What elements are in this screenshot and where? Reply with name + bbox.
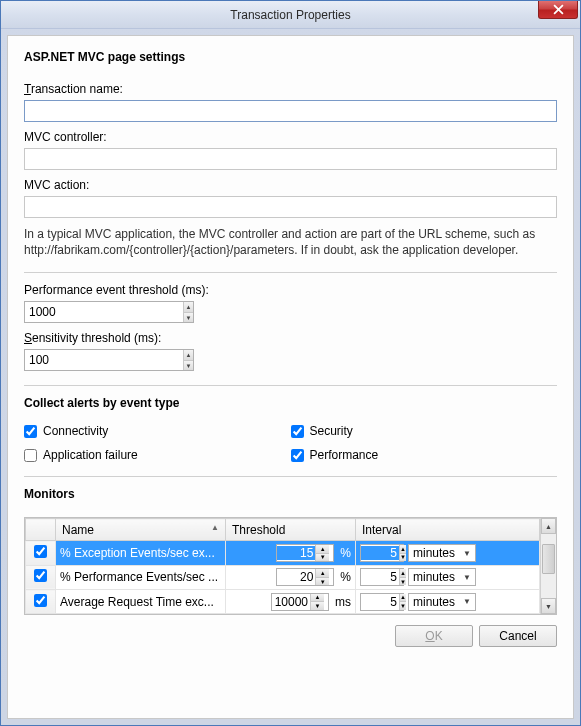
dialog-footer: OK Cancel: [24, 625, 557, 647]
row-name: % Performance Events/sec ...: [56, 565, 226, 589]
section-monitors-heading: Monitors: [24, 487, 557, 501]
row-threshold-cell: ▲▼%: [226, 541, 356, 565]
col-interval[interactable]: Interval: [356, 519, 540, 541]
row-checkbox[interactable]: [34, 569, 47, 582]
chevron-down-icon: ▼: [463, 549, 471, 558]
connectivity-checkbox[interactable]: [24, 425, 37, 438]
col-name[interactable]: Name▲: [56, 519, 226, 541]
security-checkbox-row[interactable]: Security: [291, 424, 558, 438]
interval-unit-label: minutes: [413, 570, 455, 584]
section-alerts-heading: Collect alerts by event type: [24, 396, 557, 410]
threshold-input[interactable]: [272, 595, 310, 609]
perf-spin-down[interactable]: ▼: [184, 313, 193, 323]
interval-spinner[interactable]: ▲▼: [360, 568, 404, 586]
sens-threshold-input[interactable]: [25, 350, 183, 370]
scroll-up-button[interactable]: ▲: [541, 518, 556, 534]
perf-spin-up[interactable]: ▲: [184, 302, 193, 313]
interval-spinner[interactable]: ▲▼: [360, 593, 404, 611]
security-checkbox[interactable]: [291, 425, 304, 438]
sens-spin-buttons: ▲ ▼: [183, 350, 193, 370]
app-failure-checkbox-row[interactable]: Application failure: [24, 448, 291, 462]
connectivity-checkbox-row[interactable]: Connectivity: [24, 424, 291, 438]
interval-input[interactable]: [361, 595, 399, 609]
scroll-track[interactable]: [541, 534, 556, 598]
row-interval-cell: ▲▼minutes▼: [356, 590, 540, 614]
col-threshold[interactable]: Threshold: [226, 519, 356, 541]
dialog-window: Transaction Properties ASP.NET MVC page …: [0, 0, 581, 726]
interval-unit-select[interactable]: minutes▼: [408, 568, 476, 586]
threshold-input[interactable]: [277, 546, 315, 560]
threshold-spin-up[interactable]: ▲: [316, 569, 329, 578]
sens-spin-up[interactable]: ▲: [184, 350, 193, 361]
security-label: Security: [310, 424, 353, 438]
close-icon: [553, 4, 564, 15]
interval-spin-down[interactable]: ▼: [400, 554, 406, 562]
transaction-name-input[interactable]: [24, 100, 557, 122]
threshold-spin-down[interactable]: ▼: [316, 554, 329, 562]
app-failure-label: Application failure: [43, 448, 138, 462]
divider-1: [24, 272, 557, 273]
section-mvc-heading: ASP.NET MVC page settings: [24, 50, 557, 64]
transaction-name-label: Transaction name:: [24, 82, 557, 96]
interval-spin-down[interactable]: ▼: [400, 602, 406, 610]
threshold-spin-down[interactable]: ▼: [311, 602, 324, 610]
mvc-action-label: MVC action:: [24, 178, 557, 192]
interval-spinner[interactable]: ▲▼: [360, 544, 404, 562]
row-check-cell: [26, 541, 56, 565]
threshold-unit: ms: [335, 595, 351, 609]
monitors-table-container: Name▲ Threshold Interval % Exception Eve…: [24, 517, 557, 615]
threshold-unit: %: [340, 570, 351, 584]
threshold-spin-up[interactable]: ▲: [316, 545, 329, 554]
row-threshold-cell: ▲▼%: [226, 565, 356, 589]
threshold-spinner[interactable]: ▲▼: [276, 568, 334, 586]
threshold-spin-up[interactable]: ▲: [311, 594, 324, 603]
interval-unit-select[interactable]: minutes▼: [408, 544, 476, 562]
mvc-controller-label: MVC controller:: [24, 130, 557, 144]
monitors-table[interactable]: Name▲ Threshold Interval % Exception Eve…: [25, 518, 540, 614]
row-check-cell: [26, 565, 56, 589]
perf-spin-buttons: ▲ ▼: [183, 302, 193, 322]
interval-unit-select[interactable]: minutes▼: [408, 593, 476, 611]
mvc-hint-text: In a typical MVC application, the MVC co…: [24, 226, 557, 258]
performance-checkbox-row[interactable]: Performance: [291, 448, 558, 462]
dialog-content: ASP.NET MVC page settings Transaction na…: [7, 35, 574, 719]
scroll-thumb[interactable]: [542, 544, 555, 574]
table-row[interactable]: % Performance Events/sec ...▲▼%▲▼minutes…: [26, 565, 540, 589]
interval-input[interactable]: [361, 546, 399, 560]
ok-button[interactable]: OK: [395, 625, 473, 647]
mvc-controller-input[interactable]: [24, 148, 557, 170]
row-checkbox[interactable]: [34, 545, 47, 558]
threshold-input[interactable]: [277, 570, 315, 584]
interval-unit-label: minutes: [413, 546, 455, 560]
divider-3: [24, 476, 557, 477]
col-check[interactable]: [26, 519, 56, 541]
row-checkbox[interactable]: [34, 594, 47, 607]
threshold-spinner[interactable]: ▲▼: [276, 544, 334, 562]
sens-spin-down[interactable]: ▼: [184, 361, 193, 371]
table-row[interactable]: Average Request Time exc...▲▼ms▲▼minutes…: [26, 590, 540, 614]
close-button[interactable]: [538, 1, 578, 19]
perf-threshold-spinner[interactable]: ▲ ▼: [24, 301, 194, 323]
performance-checkbox[interactable]: [291, 449, 304, 462]
interval-spin-up[interactable]: ▲: [400, 569, 406, 578]
monitors-scrollbar[interactable]: ▲ ▼: [540, 518, 556, 614]
sens-threshold-spinner[interactable]: ▲ ▼: [24, 349, 194, 371]
row-name: % Exception Events/sec ex...: [56, 541, 226, 565]
interval-spin-up[interactable]: ▲: [400, 545, 406, 554]
perf-threshold-label: Performance event threshold (ms):: [24, 283, 557, 297]
chevron-down-icon: ▼: [463, 597, 471, 606]
interval-spin-up[interactable]: ▲: [400, 594, 406, 603]
threshold-spinner[interactable]: ▲▼: [271, 593, 329, 611]
titlebar: Transaction Properties: [1, 1, 580, 29]
perf-threshold-input[interactable]: [25, 302, 183, 322]
cancel-button[interactable]: Cancel: [479, 625, 557, 647]
table-row[interactable]: % Exception Events/sec ex...▲▼%▲▼minutes…: [26, 541, 540, 565]
interval-input[interactable]: [361, 570, 399, 584]
row-interval-cell: ▲▼minutes▼: [356, 565, 540, 589]
mvc-action-input[interactable]: [24, 196, 557, 218]
threshold-spin-down[interactable]: ▼: [316, 578, 329, 586]
interval-spin-down[interactable]: ▼: [400, 578, 406, 586]
app-failure-checkbox[interactable]: [24, 449, 37, 462]
scroll-down-button[interactable]: ▼: [541, 598, 556, 614]
sort-asc-icon: ▲: [211, 523, 219, 532]
